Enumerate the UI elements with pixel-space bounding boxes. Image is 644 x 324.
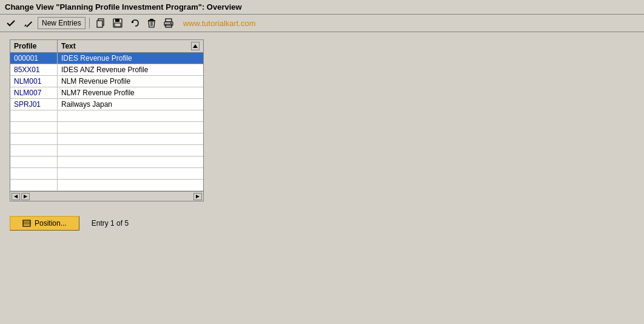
- table-row[interactable]: [10, 157, 203, 168]
- cell-profile: 000001: [10, 53, 58, 64]
- save-icon: [113, 18, 122, 28]
- content-area: Profile Text 000001IDES Revenue Profile8…: [0, 32, 644, 209]
- watermark-text: www.tutorialkart.com: [183, 19, 256, 28]
- cell-text: IDES Revenue Profile: [58, 53, 203, 64]
- new-entries-button[interactable]: New Entries: [38, 17, 86, 29]
- copy-icon-btn[interactable]: [93, 16, 108, 30]
- undo-icon: [130, 18, 139, 28]
- table-row[interactable]: 000001IDES Revenue Profile: [10, 53, 203, 64]
- cell-text: [58, 122, 203, 133]
- cell-text: [58, 168, 203, 179]
- toolbar: New Entries: [0, 15, 644, 32]
- cell-profile: [10, 133, 58, 144]
- cell-text: [58, 157, 203, 167]
- cell-text: [58, 145, 203, 156]
- table-row[interactable]: [10, 110, 203, 122]
- col-header-text: Text: [58, 40, 203, 52]
- horizontal-scrollbar[interactable]: ◀ ▶ ▶: [10, 191, 203, 201]
- cell-profile: [10, 122, 58, 133]
- table-body: 000001IDES Revenue Profile85XX01IDES ANZ…: [10, 53, 203, 191]
- svg-rect-0: [26, 21, 32, 27]
- table-header: Profile Text: [10, 40, 203, 53]
- new-entries-label: New Entries: [42, 19, 81, 27]
- table-row[interactable]: NLM001NLM Revenue Profile: [10, 76, 203, 87]
- cell-profile: [10, 157, 58, 167]
- svg-rect-12: [166, 19, 172, 22]
- pencil-icon: [23, 18, 33, 28]
- table-row[interactable]: [10, 145, 203, 157]
- table-row[interactable]: [10, 133, 203, 145]
- cell-text: NLM Revenue Profile: [58, 76, 203, 87]
- check-icon-btn[interactable]: [4, 16, 18, 30]
- svg-rect-9: [148, 20, 155, 21]
- svg-rect-3: [97, 21, 102, 27]
- table-row[interactable]: [10, 180, 203, 191]
- scroll-left-btn[interactable]: ◀: [12, 193, 20, 200]
- delete-icon-btn[interactable]: [144, 16, 159, 30]
- cell-profile: [10, 180, 58, 191]
- cell-profile: [10, 110, 58, 121]
- sort-icon[interactable]: [191, 42, 200, 50]
- cell-text: NLM7 Revenue Profile: [58, 87, 203, 98]
- sort-arrow-icon: [192, 43, 198, 49]
- cell-text: IDES ANZ Revenue Profile: [58, 64, 203, 75]
- cell-text: [58, 180, 203, 191]
- cell-profile: NLM001: [10, 76, 58, 87]
- separator-1: [89, 18, 90, 29]
- table-row[interactable]: [10, 122, 203, 133]
- table-row[interactable]: 85XX01IDES ANZ Revenue Profile: [10, 64, 203, 76]
- svg-rect-5: [115, 19, 119, 22]
- undo-icon-btn[interactable]: [127, 16, 142, 30]
- scroll-right-btn[interactable]: ▶: [21, 193, 30, 200]
- check-icon: [6, 18, 16, 28]
- pencil-icon-btn[interactable]: [21, 16, 35, 30]
- svg-rect-6: [115, 23, 121, 27]
- cell-text: [58, 110, 203, 121]
- scroll-right2-btn[interactable]: ▶: [193, 193, 202, 200]
- copy-icon: [96, 18, 106, 28]
- svg-point-15: [170, 23, 172, 24]
- print-icon: [164, 18, 173, 28]
- svg-rect-8: [150, 19, 153, 20]
- position-button[interactable]: Position...: [10, 216, 79, 231]
- cell-profile: [10, 145, 58, 156]
- table-row[interactable]: SPRJ01Railways Japan: [10, 99, 203, 110]
- title-text: Change View "Planning Profile Investment…: [5, 2, 242, 12]
- table-row[interactable]: [10, 168, 203, 180]
- cell-profile: 85XX01: [10, 64, 58, 75]
- position-btn-label: Position...: [35, 219, 67, 228]
- print-icon-btn[interactable]: [161, 16, 176, 30]
- table-row[interactable]: NLM007NLM7 Revenue Profile: [10, 87, 203, 99]
- save-icon-btn[interactable]: [110, 16, 125, 30]
- cell-profile: SPRJ01: [10, 99, 58, 110]
- cell-profile: [10, 168, 58, 179]
- cell-text: Railways Japan: [58, 99, 203, 110]
- delete-icon: [147, 18, 156, 28]
- data-table: Profile Text 000001IDES Revenue Profile8…: [10, 39, 204, 201]
- svg-rect-17: [23, 220, 30, 226]
- bottom-area: Position... Entry 1 of 5: [0, 209, 644, 238]
- svg-marker-1: [24, 24, 27, 27]
- position-icon: [22, 219, 31, 228]
- col-header-profile: Profile: [10, 40, 58, 52]
- entry-info: Entry 1 of 5: [92, 219, 129, 228]
- cell-profile: NLM007: [10, 87, 58, 98]
- svg-marker-16: [193, 44, 198, 48]
- title-bar: Change View "Planning Profile Investment…: [0, 0, 644, 15]
- cell-text: [58, 133, 203, 144]
